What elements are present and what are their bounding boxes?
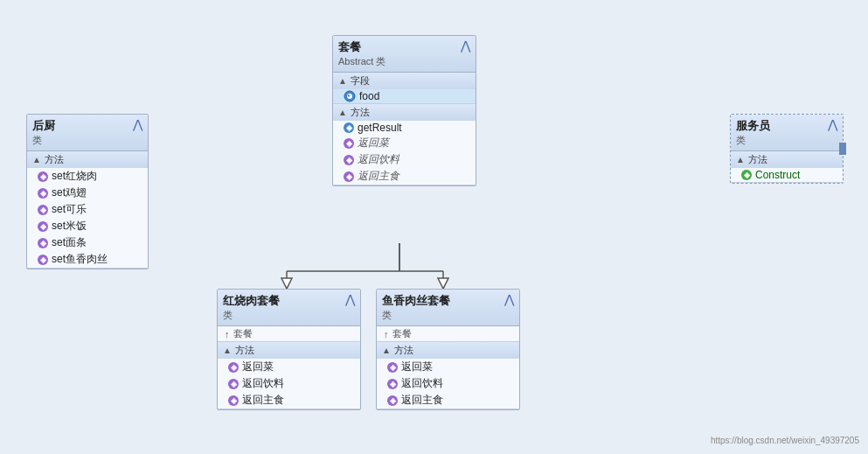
list-item[interactable]: ◈ 返回主食: [333, 168, 476, 185]
yuxiang-methods-arrow: ▲: [382, 346, 391, 355]
list-item[interactable]: * food: [333, 89, 476, 103]
item-label: set米饭: [52, 219, 87, 234]
houchu-collapse-icon[interactable]: ⋀: [133, 118, 142, 130]
method-icon: ◈: [741, 170, 752, 180]
taocai-methods-label: 方法: [351, 106, 370, 119]
hongshao-methods-header: ▲ 方法: [218, 342, 360, 359]
fuwuyuan-collapse-icon[interactable]: ⋀: [828, 118, 837, 130]
list-item[interactable]: ◈ 返回主食: [218, 392, 360, 409]
houchu-title: 后厨: [32, 118, 55, 134]
taocai-methods-arrow: ▲: [338, 108, 347, 117]
hongshao-card: 红烧肉套餐 类 ⋀ ↑ 套餐 ▲ 方法 ◈ 返回菜 ◈ 返回饮料: [217, 289, 361, 410]
item-label: 返回菜: [242, 360, 274, 374]
method-icon: ◈: [38, 255, 48, 265]
taocai-fields-header: ▲ 字段: [333, 73, 476, 89]
houchu-methods-arrow: ▲: [32, 155, 41, 164]
diagram-container: 后厨 类 ⋀ ▲ 方法 ◈ set红烧肉 ◈ set鸡翅 ◈ set可乐: [0, 0, 868, 454]
list-item[interactable]: ◈ set红烧肉: [27, 168, 148, 185]
method-icon: ◈: [228, 395, 239, 406]
method-icon: ◈: [344, 138, 354, 149]
hongshao-parent: ↑ 套餐: [218, 326, 360, 341]
fuwuyuan-methods-arrow: ▲: [736, 155, 745, 164]
method-icon: ◈: [228, 362, 239, 373]
list-item[interactable]: ◈ set鱼香肉丝: [27, 251, 148, 268]
method-icon: ◈: [387, 379, 398, 389]
list-item[interactable]: ◈ set可乐: [27, 201, 148, 218]
taocai-subtitle: Abstract 类: [338, 55, 385, 68]
fuwuyuan-methods-label: 方法: [748, 153, 767, 166]
method-icon: ◈: [387, 395, 398, 406]
hongshao-methods-label: 方法: [235, 344, 254, 357]
method-icon: ◈: [38, 188, 48, 199]
taocai-header: 套餐 Abstract 类 ⋀: [333, 36, 476, 73]
list-item[interactable]: ◈ 返回菜: [218, 359, 360, 375]
list-item[interactable]: ◈ getResult: [333, 121, 476, 135]
method-icon: ◈: [38, 238, 48, 248]
hongshao-subtitle: 类: [223, 309, 280, 322]
item-label: Construct: [755, 169, 800, 181]
parent-label: 套餐: [233, 327, 253, 340]
yuxiang-card: 鱼香肉丝套餐 类 ⋀ ↑ 套餐 ▲ 方法 ◈ 返回菜 ◈ 返回饮料: [376, 289, 520, 410]
list-item[interactable]: ◈ 返回菜: [333, 135, 476, 151]
list-item[interactable]: ◈ set米饭: [27, 218, 148, 234]
field-icon: *: [344, 90, 356, 102]
houchu-subtitle: 类: [32, 134, 55, 147]
method-icon: ◈: [344, 155, 354, 165]
yuxiang-parent: ↑ 套餐: [377, 326, 519, 341]
fuwuyuan-header: 服务员 类 ⋀: [731, 115, 843, 151]
yuxiang-collapse-icon[interactable]: ⋀: [504, 293, 514, 305]
list-item[interactable]: ◈ set鸡翅: [27, 185, 148, 201]
method-icon: ◈: [38, 221, 48, 232]
item-label: 返回菜: [401, 360, 433, 374]
parent-arrow-icon: ↑: [225, 329, 230, 339]
fuwuyuan-handle[interactable]: [839, 143, 846, 155]
method-icon: ◈: [344, 171, 354, 182]
taocai-title: 套餐: [338, 39, 385, 55]
yuxiang-title: 鱼香肉丝套餐: [382, 293, 450, 309]
yuxiang-methods-label: 方法: [394, 344, 413, 357]
item-label: 返回饮料: [401, 376, 443, 391]
list-item[interactable]: ◈ 返回饮料: [377, 375, 519, 392]
item-label: set红烧肉: [52, 169, 97, 184]
method-icon: ◈: [344, 122, 354, 133]
item-label: 返回主食: [401, 393, 443, 408]
hongshao-methods-arrow: ▲: [223, 346, 232, 355]
hongshao-collapse-icon[interactable]: ⋀: [345, 293, 355, 305]
taocai-methods-header: ▲ 方法: [333, 104, 476, 121]
taocai-fields-section: ▲ 字段 * food: [333, 73, 476, 104]
yuxiang-header: 鱼香肉丝套餐 类 ⋀: [377, 290, 519, 326]
yuxiang-subtitle: 类: [382, 309, 450, 322]
yuxiang-methods-header: ▲ 方法: [377, 342, 519, 359]
fuwuyuan-card: 服务员 类 ⋀ ▲ 方法 ◈ Construct: [730, 114, 844, 184]
svg-marker-3: [281, 278, 292, 289]
yuxiang-methods-section: ▲ 方法 ◈ 返回菜 ◈ 返回饮料 ◈ 返回主食: [377, 342, 519, 409]
fuwuyuan-subtitle: 类: [736, 134, 770, 147]
fuwuyuan-methods-section: ▲ 方法 ◈ Construct: [731, 151, 843, 183]
list-item[interactable]: ◈ 返回饮料: [218, 375, 360, 392]
fuwuyuan-title: 服务员: [736, 118, 770, 134]
item-label: getResult: [358, 122, 402, 134]
method-icon: ◈: [38, 171, 48, 182]
houchu-methods-section: ▲ 方法 ◈ set红烧肉 ◈ set鸡翅 ◈ set可乐 ◈ set米饭 ◈ …: [27, 151, 148, 269]
hongshao-header: 红烧肉套餐 类 ⋀: [218, 290, 360, 326]
list-item[interactable]: ◈ Construct: [731, 168, 843, 182]
list-item[interactable]: ◈ set面条: [27, 234, 148, 251]
method-icon: ◈: [38, 205, 48, 215]
svg-text:*: *: [348, 94, 351, 100]
list-item[interactable]: ◈ 返回菜: [377, 359, 519, 375]
list-item[interactable]: ◈ 返回饮料: [333, 151, 476, 168]
houchu-methods-label: 方法: [45, 153, 64, 166]
item-label: 返回饮料: [242, 376, 284, 391]
taocai-card: 套餐 Abstract 类 ⋀ ▲ 字段 * food: [332, 35, 476, 186]
item-label: set可乐: [52, 202, 87, 217]
item-label: food: [359, 90, 379, 102]
taocai-collapse-icon[interactable]: ⋀: [461, 39, 470, 52]
item-label: 返回主食: [242, 393, 284, 408]
taocai-fields-label: 字段: [351, 74, 370, 87]
item-label: 返回主食: [358, 169, 399, 184]
list-item[interactable]: ◈ 返回主食: [377, 392, 519, 409]
method-icon: ◈: [228, 379, 239, 389]
houchu-header: 后厨 类 ⋀: [27, 115, 148, 151]
parent-arrow-icon: ↑: [384, 329, 389, 339]
item-label: set鸡翅: [52, 185, 87, 200]
